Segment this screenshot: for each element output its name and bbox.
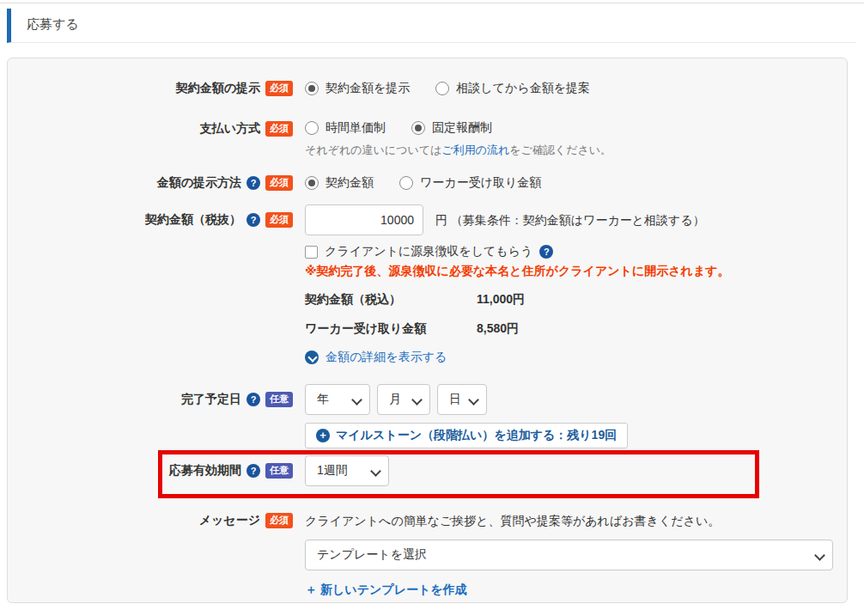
message-control: クライアントへの簡単なご挨拶と、質問や提案等があればお書きください。 テンプレー… (305, 512, 847, 603)
radio-unselected-icon (399, 176, 413, 190)
row-contract-amount: 契約金額（税抜） ? 必須 円 （募集条件：契約金額はワーカーと相談する） クラ… (8, 204, 847, 367)
contract-amount-label-group: 契約金額（税抜） ? 必須 (8, 204, 293, 235)
optional-badge: 任意 (265, 463, 293, 478)
contract-amount-offer-label: 契約金額の提示 (176, 81, 260, 96)
required-badge: 必須 (265, 121, 293, 136)
withholding-warning: ※契約完了後、源泉徴収に必要な本名と住所がクライアントに開示されます。 (305, 264, 847, 279)
row-amount-display-method: 金額の提示方法 ? 必須 契約金額 ワーカー受け取り金額 (8, 175, 847, 191)
required-badge: 必須 (265, 513, 293, 528)
radio-unselected-icon (305, 121, 319, 135)
radio-fixed-price-label: 固定報酬制 (432, 120, 492, 136)
contract-amount-input-line: 円 （募集条件：契約金額はワーカーと相談する） (305, 204, 847, 235)
required-badge: 必須 (265, 212, 293, 227)
month-select[interactable]: 月 (377, 384, 430, 415)
validity-period-select[interactable]: 1週間 (305, 455, 389, 486)
contract-amount-offer-label-group: 契約金額の提示 必須 (8, 81, 293, 96)
help-icon[interactable]: ? (246, 464, 260, 478)
chevron-down-circle-icon (305, 351, 319, 364)
template-select-wrap: テンプレートを選択 (305, 540, 847, 570)
payment-method-options: 時間単価制 固定報酬制 (305, 120, 847, 136)
radio-selected-icon (411, 121, 425, 135)
payment-method-label: 支払い方式 (200, 121, 260, 137)
row-payment-method: 支払い方式 必須 時間単価制 固定報酬制 それぞれの違いについてはご利用の流れを… (8, 120, 847, 158)
plus-circle-icon (316, 429, 330, 442)
new-template-line: ＋ 新しいテンプレートを作成 (305, 582, 467, 598)
date-selects: 年 月 日 (305, 384, 847, 415)
page-title: 応募する (7, 9, 855, 43)
withholding-checkbox[interactable] (305, 246, 318, 259)
radio-hourly-rate-label: 時間単価制 (326, 120, 386, 136)
add-milestone-button[interactable]: マイルストーン（段階払い）を追加する：残り19回 (305, 423, 628, 448)
note-text-prefix: それぞれの違いについては (305, 143, 441, 156)
create-template-link[interactable]: 新しいテンプレートを作成 (320, 582, 467, 598)
add-milestone-label: マイルストーン（段階払い）を追加する：残り19回 (336, 428, 617, 443)
payment-method-note: それぞれの違いについてはご利用の流れをご確認ください。 (305, 143, 847, 158)
validity-period-value: 1週間 (317, 463, 348, 479)
page-top-divider (0, 3, 864, 3)
withholding-checkbox-line: クライアントに源泉徴収をしてもらう ? (305, 244, 847, 259)
help-icon[interactable]: ? (246, 213, 260, 227)
milestone-line: マイルストーン（段階払い）を追加する：残り19回 (305, 423, 847, 448)
application-form-panel: 契約金額の提示 必須 契約金額を提示 相談してから金額を提案 支払い方式 必須 … (7, 58, 848, 603)
payment-method-control: 時間単価制 固定報酬制 それぞれの違いについてはご利用の流れをご確認ください。 (305, 120, 847, 158)
contract-amount-label: 契約金額（税抜） (145, 212, 241, 228)
day-select[interactable]: 日 (437, 384, 487, 415)
year-select-value: 年 (317, 392, 329, 407)
usage-flow-link[interactable]: ご利用の流れ (441, 143, 509, 156)
row-completion-date: 完了予定日 ? 任意 年 月 日 マイルストーン（段階払い）を追加する：残り19… (8, 384, 847, 448)
worker-receive-label: ワーカー受け取り金額 (305, 321, 477, 337)
application-validity-control: 1週間 (305, 455, 847, 486)
completion-date-label: 完了予定日 (181, 392, 241, 407)
contract-amount-offer-options: 契約金額を提示 相談してから金額を提案 (305, 81, 847, 96)
year-select[interactable]: 年 (305, 384, 370, 415)
day-select-value: 日 (449, 392, 461, 407)
radio-selected-icon (305, 176, 319, 190)
message-label: メッセージ (199, 513, 260, 528)
tax-included-value: 11,000円 (477, 292, 525, 308)
application-validity-label-group: 応募有効期間 ? 任意 (8, 463, 293, 479)
tax-included-label: 契約金額（税込） (305, 292, 477, 308)
help-icon[interactable]: ? (246, 176, 260, 190)
radio-selected-icon (305, 82, 319, 95)
amount-display-method-options: 契約金額 ワーカー受け取り金額 (305, 175, 847, 191)
required-badge: 必須 (265, 175, 293, 190)
contract-amount-unit-note: 円 （募集条件：契約金額はワーカーと相談する） (435, 213, 705, 227)
required-badge: 必須 (265, 81, 293, 95)
optional-badge: 任意 (265, 392, 293, 406)
plus-icon: ＋ (305, 582, 317, 598)
message-textarea-wrap (305, 598, 847, 603)
worker-receive-value: 8,580円 (477, 321, 519, 337)
row-message: メッセージ 必須 クライアントへの簡単なご挨拶と、質問や提案等があればお書きくだ… (8, 512, 847, 603)
amount-detail-link[interactable]: 金額の詳細を表示する (326, 350, 447, 365)
tax-included-row: 契約金額（税込） 11,000円 (305, 292, 847, 308)
radio-consult-amount[interactable]: 相談してから金額を提案 (435, 81, 590, 96)
application-validity-label: 応募有効期間 (169, 463, 241, 479)
radio-hourly-rate[interactable]: 時間単価制 (305, 120, 386, 136)
radio-consult-amount-label: 相談してから金額を提案 (456, 81, 590, 96)
radio-offer-amount[interactable]: 契約金額を提示 (305, 81, 410, 96)
contract-amount-input[interactable] (305, 204, 423, 235)
amount-display-method-label: 金額の提示方法 (157, 175, 241, 191)
month-select-value: 月 (389, 392, 401, 407)
contract-amount-control: 円 （募集条件：契約金額はワーカーと相談する） クライアントに源泉徴収をしてもら… (305, 204, 847, 367)
radio-unselected-icon (435, 82, 449, 95)
radio-worker-receive-amount-label: ワーカー受け取り金額 (420, 175, 541, 191)
completion-date-label-group: 完了予定日 ? 任意 (8, 384, 293, 415)
radio-worker-receive-amount[interactable]: ワーカー受け取り金額 (399, 175, 541, 191)
radio-contract-amount[interactable]: 契約金額 (305, 175, 374, 191)
template-select[interactable]: テンプレートを選択 (305, 540, 833, 570)
help-icon[interactable]: ? (246, 393, 260, 406)
template-select-value: テンプレートを選択 (317, 547, 427, 563)
row-contract-amount-offer: 契約金額の提示 必須 契約金額を提示 相談してから金額を提案 (8, 81, 847, 96)
payment-method-label-group: 支払い方式 必須 (8, 120, 293, 137)
message-label-group: メッセージ 必須 (8, 512, 293, 529)
radio-fixed-price[interactable]: 固定報酬制 (411, 120, 492, 136)
message-description: クライアントへの簡単なご挨拶と、質問や提案等があればお書きください。 (305, 512, 847, 529)
radio-offer-amount-label: 契約金額を提示 (326, 81, 410, 96)
row-application-validity: 応募有効期間 ? 任意 1週間 (8, 455, 847, 486)
help-icon[interactable]: ? (539, 245, 553, 259)
withholding-checkbox-label: クライアントに源泉徴収をしてもらう (325, 244, 532, 259)
amount-detail-toggle[interactable]: 金額の詳細を表示する (305, 350, 447, 365)
note-text-suffix: をご確認ください。 (509, 143, 611, 156)
worker-receive-row: ワーカー受け取り金額 8,580円 (305, 321, 847, 337)
